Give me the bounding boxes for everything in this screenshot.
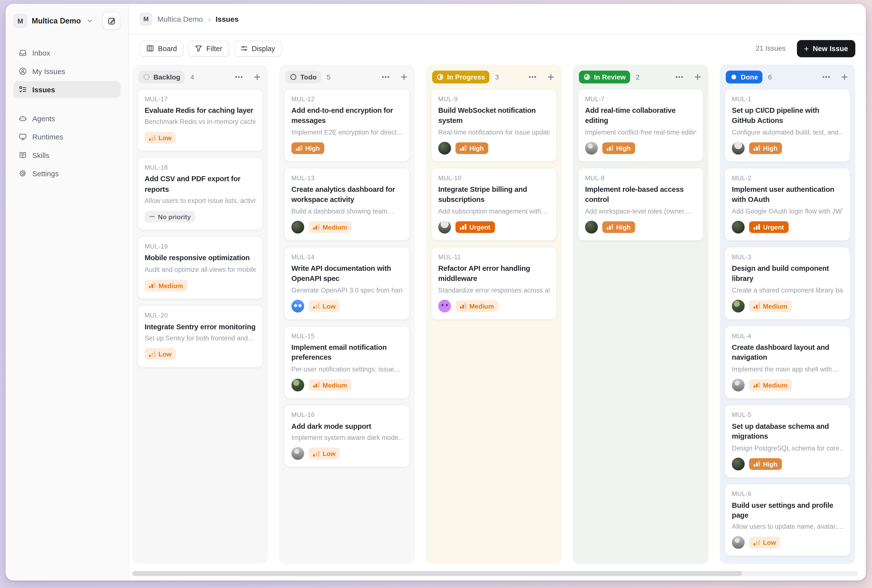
new-issue-compose-button[interactable]	[102, 12, 120, 30]
column-add-issue-button[interactable]	[399, 72, 408, 82]
column-more-button[interactable]	[528, 75, 537, 79]
issue-card-footer: Low	[291, 299, 403, 312]
priority-label: Low	[159, 351, 171, 358]
workspace-name: Multica Demo	[32, 17, 81, 25]
issue-card-MUL-7[interactable]: MUL-7Add real-time collaborative editing…	[578, 89, 703, 162]
workspace-switcher[interactable]: M Multica Demo	[14, 14, 93, 28]
issue-title: Add real-time collaborative editing	[585, 106, 696, 126]
column-add-issue-button[interactable]	[693, 72, 702, 82]
assignee-avatar	[732, 142, 744, 154]
column-status-pill-in-review[interactable]: In Review	[579, 70, 630, 83]
priority-bars-icon	[753, 145, 760, 152]
breadcrumb-workspace-avatar: M	[140, 13, 152, 26]
board-column-todo: Todo5MUL-12Add end-to-end encryption for…	[279, 64, 415, 564]
issue-description: Set up Sentry for both frontend and…	[145, 334, 256, 342]
issue-card-MUL-18[interactable]: MUL-18Add CSV and PDF export for reports…	[137, 158, 263, 230]
issue-id: MUL-18	[145, 164, 256, 171]
sidebar-item-inbox[interactable]: Inbox	[14, 44, 121, 61]
column-more-button[interactable]	[675, 75, 684, 79]
board-column-in-review: In Review2MUL-7Add real-time collaborati…	[573, 64, 708, 564]
breadcrumb-workspace[interactable]: Multica Demo	[157, 15, 203, 23]
priority-badge: Medium	[749, 379, 792, 390]
column-more-button[interactable]	[381, 75, 390, 79]
priority-bars-icon	[753, 382, 760, 388]
filter-button[interactable]: Filter	[188, 40, 229, 56]
issue-card-MUL-10[interactable]: MUL-10Integrate Stripe billing and subsc…	[431, 168, 557, 241]
column-more-button[interactable]	[822, 75, 831, 79]
sidebar-item-label: Skills	[32, 151, 50, 159]
sidebar-nav: Inbox My Issues Issues	[14, 44, 121, 182]
issue-title: Set up database schema and migrations	[732, 422, 843, 442]
issue-title: Implement user authentication with OAuth	[732, 184, 843, 205]
issue-card-MUL-13[interactable]: MUL-13Create analytics dashboard for wor…	[284, 168, 410, 241]
assignee-avatar	[291, 378, 304, 391]
column-add-issue-button[interactable]	[546, 72, 555, 82]
issue-card-MUL-15[interactable]: MUL-15Implement email notification prefe…	[284, 326, 410, 398]
issue-title: Create analytics dashboard for workspace…	[291, 184, 403, 205]
column-add-issue-button[interactable]	[252, 72, 262, 82]
sidebar-item-settings[interactable]: Settings	[14, 165, 121, 182]
issue-card-MUL-20[interactable]: MUL-20Integrate Sentry error monitoringS…	[137, 305, 263, 368]
book-icon	[18, 151, 27, 159]
app-window: M Multica Demo Inbox	[6, 4, 866, 580]
display-button[interactable]: Display	[233, 40, 282, 56]
issue-card-MUL-1[interactable]: MUL-1Set up CI/CD pipeline with GitHub A…	[725, 89, 850, 162]
desktop-background: M Multica Demo Inbox	[0, 0, 872, 588]
column-count: 3	[495, 73, 499, 81]
issue-card-footer: Medium	[732, 299, 843, 312]
board-column-backlog: Backlog4MUL-17Evaluate Redis for caching…	[132, 64, 268, 564]
issue-id: MUL-10	[438, 174, 549, 181]
sidebar-item-my-issues[interactable]: My Issues	[14, 63, 121, 80]
column-status-pill-in-progress[interactable]: In Progress	[432, 70, 489, 83]
issue-card-MUL-2[interactable]: MUL-2Implement user authentication with …	[725, 168, 850, 241]
sidebar-item-runtimes[interactable]: Runtimes	[14, 128, 121, 145]
issue-title: Set up CI/CD pipeline with GitHub Action…	[732, 106, 843, 126]
issue-card-MUL-16[interactable]: MUL-16Add dark mode supportImplement sys…	[284, 405, 410, 467]
sidebar-item-agents[interactable]: Agents	[14, 110, 121, 127]
issue-card-MUL-6[interactable]: MUL-6Build user settings and profile pag…	[725, 484, 850, 556]
priority-badge: Urgent	[456, 221, 495, 233]
sidebar-item-skills[interactable]: Skills	[14, 147, 121, 164]
issue-card-MUL-9[interactable]: MUL-9Build WebSocket notification system…	[431, 89, 557, 162]
sidebar-item-label: Issues	[32, 86, 55, 94]
issue-id: MUL-12	[291, 96, 403, 102]
issue-id: MUL-4	[732, 332, 843, 339]
column-status-pill-todo[interactable]: Todo	[285, 70, 321, 83]
issue-card-MUL-17[interactable]: MUL-17Evaluate Redis for caching layerBe…	[137, 89, 263, 152]
issue-card-MUL-3[interactable]: MUL-3Design and build component libraryC…	[725, 247, 850, 320]
priority-badge: Low	[309, 300, 340, 312]
issue-card-footer: Medium	[291, 220, 403, 234]
column-add-issue-button[interactable]	[840, 72, 849, 82]
issue-card-MUL-8[interactable]: MUL-8Implement role-based access control…	[578, 168, 703, 241]
board-view-button[interactable]: Board	[140, 40, 183, 56]
priority-label: High	[616, 144, 630, 152]
new-issue-label: New Issue	[813, 44, 848, 52]
issue-id: MUL-19	[145, 243, 256, 250]
priority-bars-icon	[313, 450, 320, 457]
issue-card-MUL-4[interactable]: MUL-4Create dashboard layout and navigat…	[725, 326, 850, 398]
priority-label: High	[763, 460, 777, 467]
issue-card-footer: High	[585, 220, 696, 234]
issue-card-MUL-14[interactable]: MUL-14Write API documentation with OpenA…	[284, 247, 410, 320]
issue-card-MUL-19[interactable]: MUL-19Mobile responsive optimizationAudi…	[137, 237, 263, 299]
dashed-circle-icon	[143, 74, 150, 81]
issue-card-MUL-12[interactable]: MUL-12Add end-to-end encryption for mess…	[284, 89, 410, 162]
user-circle-icon	[18, 67, 27, 75]
new-issue-button[interactable]: + New Issue	[797, 40, 855, 57]
issue-card-MUL-11[interactable]: MUL-11Refactor API error handling middle…	[431, 247, 557, 320]
priority-bars-icon	[753, 224, 760, 230]
column-more-button[interactable]	[234, 75, 244, 79]
priority-badge: Medium	[749, 300, 792, 312]
column-status-pill-backlog[interactable]: Backlog	[138, 70, 185, 83]
issue-description: Generate OpenAPI 3.0 spec from handl…	[291, 286, 403, 294]
column-label: In Progress	[447, 73, 485, 81]
issue-description: Per-user notification settings: issue…	[291, 365, 403, 373]
priority-bars-icon	[313, 303, 320, 309]
scrollbar-thumb[interactable]	[132, 571, 742, 576]
sidebar-item-issues[interactable]: Issues	[14, 81, 121, 98]
sidebar-item-label: Settings	[32, 170, 59, 178]
issue-card-MUL-5[interactable]: MUL-5Set up database schema and migratio…	[725, 405, 850, 477]
priority-label: Low	[323, 450, 336, 457]
column-header-todo: Todo5	[284, 70, 410, 89]
column-status-pill-done[interactable]: Done	[726, 70, 762, 83]
